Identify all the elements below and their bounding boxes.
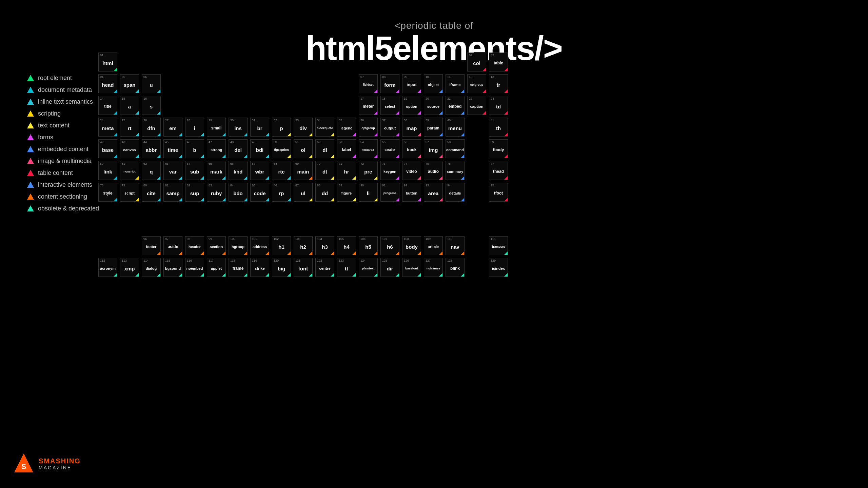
element-h6: 107h6 — [380, 236, 399, 255]
element-symbol-br: br — [257, 125, 262, 131]
element-tri-img — [439, 155, 442, 158]
element-num-form: 08 — [382, 76, 386, 79]
element-num-legend: 35 — [339, 119, 342, 122]
element-num-meter: 17 — [360, 97, 364, 100]
legend-table-content-label: table content — [38, 169, 73, 177]
element-tri-dir — [396, 273, 399, 277]
element-num-iframe: 11 — [447, 76, 451, 79]
element-bgsound: 115bgsound — [163, 258, 182, 277]
element-symbol-font: font — [298, 266, 308, 271]
element-symbol-script: script — [124, 191, 135, 195]
element-symbol-th: th — [496, 125, 501, 131]
element-tri-form — [396, 89, 399, 93]
element-tri-input — [417, 89, 421, 93]
element-tri-details — [461, 198, 464, 201]
element-num-thead: 77 — [491, 162, 494, 165]
element-num-basefont: 126 — [404, 259, 409, 262]
element-tri-tr — [504, 89, 508, 93]
element-symbol-blockquote: blockquote — [317, 126, 333, 130]
element-num-a: 15 — [122, 97, 125, 100]
element-num-th: 41 — [491, 119, 494, 122]
element-num-isindex: 129 — [491, 259, 496, 262]
element-q: 62q — [142, 161, 161, 180]
element-symbol-area: area — [428, 190, 439, 196]
element-tri-rtc — [287, 176, 291, 180]
element-num-dt: 70 — [317, 162, 320, 165]
element-num-frame: 118 — [230, 259, 235, 262]
element-symbol-address: address — [253, 245, 267, 249]
element-th: 41th — [489, 118, 508, 137]
element-isindex: 129isindex — [489, 258, 508, 277]
element-select: 18select — [380, 96, 399, 115]
element-tri-label — [352, 155, 356, 158]
element-num-caption: 22 — [469, 97, 472, 100]
element-tri-param — [439, 133, 442, 136]
element-tri-plaintext — [374, 273, 377, 277]
element-tri-progress — [396, 198, 399, 201]
element-num-blockquote: 34 — [317, 119, 320, 122]
element-tri-td — [504, 111, 508, 115]
element-tfoot: 95tfoot — [489, 183, 508, 202]
element-rt: 25rt — [120, 118, 139, 137]
element-blockquote: 34blockquote — [315, 118, 334, 137]
element-num-table: 03 — [491, 54, 494, 57]
element-num-header: 98 — [187, 238, 190, 241]
smashing-magazine-logo: S SMASHING MAGAZINE — [14, 453, 81, 474]
table-content-icon — [27, 170, 34, 177]
element-symbol-h2: h2 — [300, 244, 306, 250]
element-pre: 72pre — [359, 161, 378, 180]
element-num-applet: 117 — [209, 259, 214, 262]
element-tri-legend — [352, 133, 356, 136]
element-num-q: 62 — [143, 162, 147, 165]
element-num-rp: 86 — [274, 184, 277, 187]
element-tri-track — [417, 155, 421, 158]
element-kbd: 66kbd — [229, 161, 248, 180]
element-symbol-basefont: basefont — [405, 267, 418, 270]
element-symbol-article: article — [428, 245, 439, 249]
element-num-blink: 128 — [447, 259, 452, 262]
element-noscript: 61noscript — [120, 161, 139, 180]
element-num-nav: 110 — [447, 238, 452, 241]
element-progress: 91progress — [380, 183, 399, 202]
element-symbol-progress: progress — [383, 191, 397, 195]
element-num-frameset: 111 — [491, 238, 496, 241]
element-num-meta: 24 — [100, 119, 103, 122]
element-noframes: 127noframes — [424, 258, 443, 277]
element-num-noembed: 116 — [187, 259, 192, 262]
element-symbol-button: button — [406, 191, 417, 195]
element-source: 20source — [424, 96, 443, 115]
element-tri-audio — [439, 176, 442, 180]
element-tri-section — [222, 251, 225, 255]
svg-text:S: S — [21, 462, 26, 471]
element-symbol-rp: rp — [279, 190, 284, 196]
element-h3: 104h3 — [315, 236, 334, 255]
element-symbol-code: code — [254, 190, 265, 196]
element-strike: 119strike — [250, 258, 269, 277]
element-symbol-rt: rt — [128, 125, 132, 131]
element-dl: 52dl — [315, 139, 334, 158]
legend-forms-label: forms — [38, 134, 53, 141]
element-tri-rt — [135, 133, 139, 136]
element-tri-frame — [244, 273, 247, 277]
element-symbol-menu: menu — [448, 125, 462, 131]
element-num-object: 10 — [426, 76, 429, 79]
element-tri-h1 — [287, 251, 291, 255]
legend-embedded-content: embedded content — [27, 146, 99, 153]
element-footer: 96footer — [142, 236, 161, 255]
element-form: 08form — [380, 74, 399, 93]
element-section: 99section — [207, 236, 226, 255]
element-s: 16s — [142, 96, 161, 115]
element-tri-dialog — [157, 273, 160, 277]
element-symbol-acronym: acronym — [100, 266, 116, 270]
element-bdo: 84bdo — [229, 183, 248, 202]
element-fieldset: 07fieldset — [359, 74, 378, 93]
element-symbol-dd: dd — [322, 190, 328, 196]
legend-forms: forms — [27, 134, 99, 141]
element-tri-dfn — [157, 133, 160, 136]
element-tri-cite — [157, 198, 160, 201]
element-symbol-tfoot: tfoot — [494, 191, 503, 196]
element-tri-h5 — [374, 251, 377, 255]
element-num-ruby: 83 — [209, 184, 212, 187]
element-code: 85code — [250, 183, 269, 202]
element-num-mark: 65 — [209, 162, 212, 165]
